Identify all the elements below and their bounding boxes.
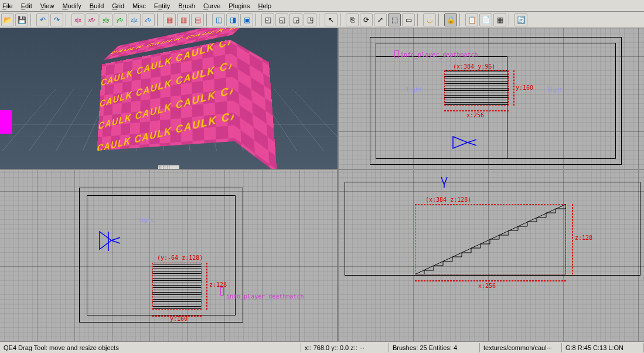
clipper-button[interactable]: ◰ — [261, 13, 274, 26]
patch-button[interactable]: ▦ — [493, 13, 506, 26]
menu-curve[interactable]: Curve — [203, 2, 220, 9]
rotate-button[interactable]: ⟳ — [360, 13, 373, 26]
region-xy-button[interactable]: ◲ — [289, 13, 302, 26]
camera-icon — [438, 176, 450, 188]
status-grid: G:8 R:45 C:13 L:ON — [562, 343, 644, 352]
dim-z: z:128 — [209, 281, 227, 288]
menu-file[interactable]: FFileile — [2, 2, 13, 9]
status-texture: textures/common/caul··· — [480, 343, 562, 352]
viewport-yz[interactable]: light (y:-64 z:128) z:128 y:160 info_pla… — [0, 170, 338, 341]
change-views-button[interactable]: ↖ — [325, 13, 338, 26]
undo-button[interactable]: ↶ — [36, 13, 49, 26]
rotx-button[interactable]: x↻ — [86, 13, 98, 26]
flipx-button[interactable]: x|x — [71, 13, 84, 26]
status-tool: QE4 Drag Tool: move and resize objects — [0, 343, 301, 352]
toolbar: 📂 💾 ↶ ↷ x|x x↻ y|y y↻ z|z z↻ ▦ ▥ ▤ ◫ ◨ ▣… — [0, 12, 644, 28]
menubar: FFileile Edit View Modify Build Grid Mis… — [0, 0, 644, 12]
viewports: CAULK CAULK CAULK CAULK CAULK CAULK CAUL… — [0, 28, 644, 341]
viewport-xz[interactable]: (x:384 z:128) z:128 x:256 — [339, 170, 644, 341]
dim-y: y:160 — [516, 84, 533, 91]
roty-button[interactable]: y↻ — [114, 13, 127, 26]
viewport-3d[interactable]: CAULK CAULK CAULK CAULK CAULK CAULK CAUL… — [0, 28, 338, 169]
menu-help[interactable]: Help — [258, 2, 271, 9]
texture-lock-button[interactable]: 🔒 — [444, 13, 457, 26]
menu-misc[interactable]: Misc — [132, 2, 146, 9]
hollow-button[interactable]: ▣ — [240, 13, 253, 26]
entity-label: info_player_deathmatch — [400, 52, 478, 58]
viewport-xy[interactable]: info_player_deathmatch (x:384 y:96) x:25… — [339, 28, 644, 169]
camera-icon — [94, 229, 123, 252]
status-counts: Brushes: 25 Entities: 4 — [389, 343, 480, 352]
entity-list-button[interactable]: 📋 — [465, 13, 478, 26]
menu-build[interactable]: Build — [90, 2, 104, 9]
selected-brush-yz — [152, 263, 202, 310]
menu-view[interactable]: View — [40, 2, 54, 9]
select-inside-button[interactable]: ▤ — [191, 13, 204, 26]
select-faces-button[interactable]: ▭ — [402, 13, 415, 26]
selected-brush: CAULK CAULK CAULK CAULK CAULK CAULK CAUL… — [96, 33, 276, 167]
region-brush-button[interactable]: ◳ — [304, 13, 316, 26]
save-button[interactable]: 💾 — [15, 13, 28, 26]
menu-plugins[interactable]: Plugins — [229, 2, 250, 9]
entity-label: info_player_deathmatch — [226, 293, 304, 300]
menu-edit[interactable]: Edit — [21, 2, 32, 9]
flipz-button[interactable]: z|z — [128, 13, 141, 26]
flipy-button[interactable]: y|y — [100, 13, 113, 26]
menu-brush[interactable]: Brush — [178, 2, 195, 9]
coord-label: (y:-64 z:128) — [157, 254, 203, 261]
surface-button[interactable]: 📄 — [479, 13, 492, 26]
open-button[interactable]: 📂 — [1, 13, 14, 26]
menu-entity[interactable]: Entity — [154, 2, 171, 9]
csg-merge-button[interactable]: ◨ — [226, 13, 239, 26]
select-brush-button[interactable]: ⬚ — [388, 13, 401, 26]
refresh-button[interactable]: 🔄 — [514, 13, 527, 26]
coord-label: (x:384 z:128) — [425, 196, 471, 203]
camera-icon — [450, 134, 479, 151]
dim-z: z:128 — [575, 235, 592, 241]
menu-grid[interactable]: Grid — [112, 2, 124, 9]
entity-box — [0, 110, 12, 134]
menu-modify[interactable]: Modify — [62, 2, 81, 9]
selected-brush-xy — [444, 70, 509, 106]
statusbar: QE4 Drag Tool: move and resize objects x… — [0, 341, 644, 353]
select-complete-button[interactable]: ▦ — [163, 13, 176, 26]
region-off-button[interactable]: ◱ — [275, 13, 288, 26]
rotz-button[interactable]: z↻ — [142, 13, 155, 26]
dim-x: x:256 — [478, 283, 496, 289]
clip-button[interactable]: ⎘ — [346, 13, 359, 26]
stairs — [415, 204, 566, 274]
dim-x: x:256 — [466, 112, 484, 118]
csg-subtract-button[interactable]: ◫ — [212, 13, 225, 26]
scale-button[interactable]: ⤢ — [374, 13, 387, 26]
dim-y: y:160 — [170, 315, 188, 322]
select-touching-button[interactable]: ▥ — [177, 13, 190, 26]
coord-label: (x:384 y:96) — [453, 63, 495, 70]
cap-button[interactable]: ◡ — [423, 13, 436, 26]
redo-button[interactable]: ↷ — [50, 13, 63, 26]
status-coords: x:: 768.0 y:: 0.0 z:: ··· — [301, 343, 389, 352]
